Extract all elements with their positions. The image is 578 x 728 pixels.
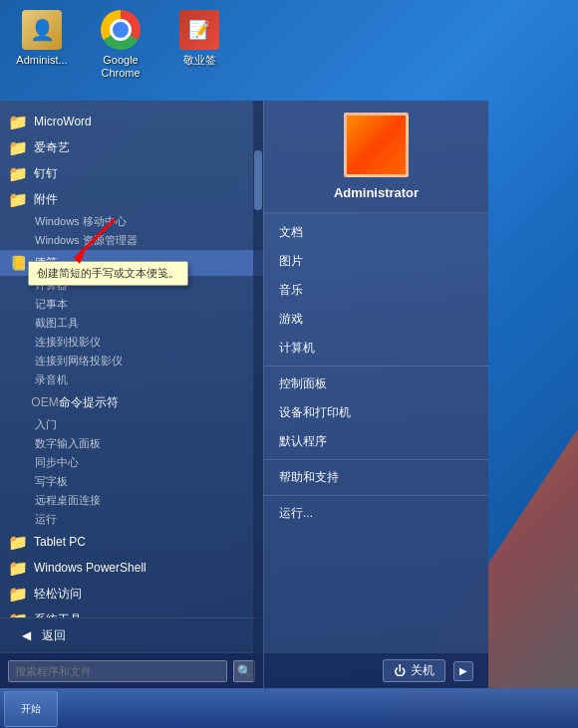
menu-item-system-tools[interactable]: 📁 系统工具 — [0, 607, 263, 617]
jingye-icon-label: 敬业签 — [183, 54, 216, 67]
search-button[interactable]: 🔍 — [233, 660, 255, 682]
menu-item-net-proj[interactable]: 连接到网络投影仪 — [0, 352, 263, 370]
admin-icon[interactable]: 👤 Administ... — [10, 10, 74, 80]
menu-item-win-explorer[interactable]: Windows 资源管理器 — [0, 231, 263, 250]
right-menu-computer[interactable]: 计算机 — [264, 334, 488, 363]
left-scrollbar[interactable] — [253, 101, 263, 688]
menu-item-access[interactable]: 📁 轻松访问 — [0, 581, 263, 607]
admin-icon-label: Administ... — [16, 54, 67, 67]
right-menu-pictures[interactable]: 图片 — [264, 247, 488, 276]
user-area: Administrator — [264, 101, 488, 213]
right-menu-control-panel[interactable]: 控制面板 — [264, 369, 488, 398]
menu-item-sync[interactable]: 同步中心 — [0, 453, 263, 472]
desktop-icons: 👤 Administ... Google Chrome 📝 敬业签 — [10, 10, 231, 80]
chrome-icon-img — [101, 10, 141, 50]
start-menu-left: 📁 MicroWord 📁 爱奇艺 📁 钉钉 📁 附件 — [0, 101, 264, 688]
start-menu-list: 📁 MicroWord 📁 爱奇艺 📁 钉钉 📁 附件 — [0, 101, 263, 617]
chrome-icon-label: Google Chrome — [101, 54, 140, 80]
user-avatar — [344, 113, 409, 177]
menu-item-powershell[interactable]: 📁 Windows PowerShell — [0, 555, 263, 581]
jingye-icon-img: 📝 — [179, 10, 219, 50]
search-input[interactable] — [8, 660, 227, 682]
back-button[interactable]: ◀ 返回 — [8, 622, 255, 648]
menu-item-win-mobile[interactable]: Windows 移动中心 — [0, 212, 263, 231]
menu-item-snip[interactable]: 截图工具 — [0, 314, 263, 333]
start-button[interactable]: 开始 — [4, 691, 58, 727]
power-area: ⏻ 关机 ▶ — [264, 652, 488, 688]
menu-item-cmd[interactable]: OEM 命令提示符 — [0, 389, 263, 415]
menu-item-numpad[interactable]: 数字输入面板 — [0, 434, 263, 453]
tooltip-text: 创建简短的手写或文本便笺。 — [37, 267, 179, 279]
right-menu-default-programs[interactable]: 默认程序 — [264, 427, 488, 456]
menu-item-tabletpc[interactable]: 📁 Tablet PC — [0, 529, 263, 555]
right-menu-run[interactable]: 运行... — [264, 499, 488, 528]
menu-item-aiqiyi[interactable]: 📁 爱奇艺 — [0, 134, 263, 160]
user-name: Administrator — [334, 185, 419, 200]
scrollbar-thumb[interactable] — [254, 150, 262, 210]
menu-item-proj[interactable]: 连接到投影仪 — [0, 333, 263, 352]
menu-item-microword[interactable]: 📁 MicroWord — [0, 109, 263, 134]
menu-item-run[interactable]: 运行 — [0, 510, 263, 529]
power-arrow-button[interactable]: ▶ — [453, 661, 473, 681]
menu-item-notepad[interactable]: 记事本 — [0, 295, 263, 314]
menu-item-dingding[interactable]: 📁 钉钉 — [0, 160, 263, 186]
taskbar: 开始 — [0, 688, 578, 728]
menu-item-wordpad[interactable]: 写字板 — [0, 472, 263, 491]
right-menu: 文档 图片 音乐 游戏 计算机 控制面板 设备和打印机 默认程序 帮助和支持 运… — [264, 213, 488, 652]
menu-item-attachment[interactable]: 📁 附件 — [0, 186, 263, 212]
right-menu-games[interactable]: 游戏 — [264, 305, 488, 334]
desktop: 👤 Administ... Google Chrome 📝 敬业签 📁 M — [0, 0, 578, 728]
menu-item-recorder[interactable]: 录音机 — [0, 370, 263, 389]
menu-item-intro[interactable]: 入门 — [0, 415, 263, 434]
tooltip-popup: 创建简短的手写或文本便笺。 — [28, 261, 188, 286]
right-menu-documents[interactable]: 文档 — [264, 218, 488, 247]
right-menu-help[interactable]: 帮助和支持 — [264, 463, 488, 492]
power-icon: ⏻ — [394, 664, 406, 678]
admin-icon-img: 👤 — [22, 10, 62, 50]
start-menu: 📁 MicroWord 📁 爱奇艺 📁 钉钉 📁 附件 — [0, 101, 488, 688]
right-menu-music[interactable]: 音乐 — [264, 276, 488, 305]
start-menu-right: Administrator 文档 图片 音乐 游戏 计算机 控制面板 设备和打印… — [264, 101, 488, 688]
chrome-icon[interactable]: Google Chrome — [89, 10, 152, 80]
jingye-icon[interactable]: 📝 敬业签 — [167, 10, 231, 80]
menu-item-remote[interactable]: 远程桌面连接 — [0, 491, 263, 510]
start-search-bar: 🔍 — [0, 652, 263, 688]
shutdown-button[interactable]: ⏻ 关机 — [383, 659, 445, 682]
right-menu-devices[interactable]: 设备和打印机 — [264, 398, 488, 427]
